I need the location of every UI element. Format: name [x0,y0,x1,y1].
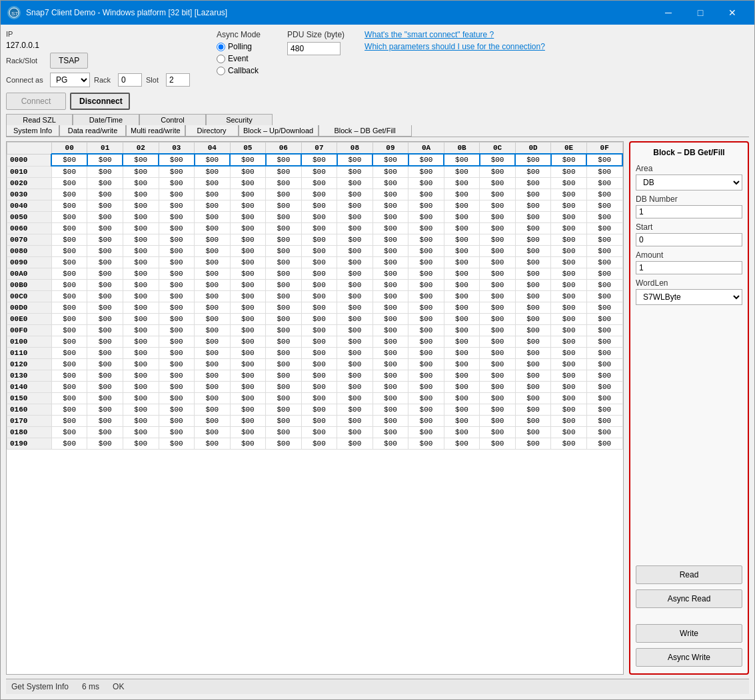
cell-value[interactable]: $00 [337,438,373,450]
cell-value[interactable]: $00 [408,166,444,178]
cell-value[interactable]: $00 [51,166,87,178]
cell-value[interactable]: $00 [266,393,302,404]
cell-value[interactable]: $00 [373,359,408,370]
cell-value[interactable]: $00 [123,189,159,200]
start-input[interactable] [636,233,742,246]
rack-input[interactable] [118,73,142,87]
cell-value[interactable]: $00 [337,200,373,212]
cell-value[interactable]: $00 [230,393,266,404]
minimize-button[interactable]: ─ [653,3,684,23]
tab-multi-rw[interactable]: Multi read/write [126,125,185,137]
cell-value[interactable]: $00 [515,154,551,166]
cell-value[interactable]: $00 [230,314,266,325]
cell-value[interactable]: $00 [159,393,195,404]
cell-value[interactable]: $00 [51,325,87,336]
cell-value[interactable]: $00 [123,246,159,257]
cell-value[interactable]: $00 [515,268,551,280]
cell-value[interactable]: $00 [337,166,373,178]
cell-value[interactable]: $00 [515,234,551,246]
cell-value[interactable]: $00 [87,212,123,223]
cell-value[interactable]: $00 [515,393,551,404]
cell-value[interactable]: $00 [159,325,195,336]
cell-value[interactable]: $00 [408,246,444,257]
cell-value[interactable]: $00 [123,416,159,427]
cell-value[interactable]: $00 [230,404,266,416]
cell-value[interactable]: $00 [195,280,231,291]
cell-value[interactable]: $00 [515,212,551,223]
cell-value[interactable]: $00 [301,427,337,438]
cell-value[interactable]: $00 [266,348,302,359]
cell-value[interactable]: $00 [480,200,516,212]
cell-value[interactable]: $00 [480,223,516,234]
cell-value[interactable]: $00 [551,438,587,450]
cell-value[interactable]: $00 [408,438,444,450]
cell-value[interactable]: $00 [480,246,516,257]
cell-value[interactable]: $00 [480,416,516,427]
cell-value[interactable]: $00 [480,325,516,336]
cell-value[interactable]: $00 [230,178,266,189]
cell-value[interactable]: $00 [480,291,516,302]
cell-value[interactable]: $00 [266,325,302,336]
cell-value[interactable]: $00 [515,200,551,212]
tab-directory[interactable]: Directory [185,125,239,137]
cell-value[interactable]: $00 [515,427,551,438]
cell-value[interactable]: $00 [515,189,551,200]
cell-value[interactable]: $00 [301,212,337,223]
cell-value[interactable]: $00 [480,438,516,450]
cell-value[interactable]: $00 [515,348,551,359]
cell-value[interactable]: $00 [480,178,516,189]
cell-value[interactable]: $00 [123,427,159,438]
cell-value[interactable]: $00 [586,336,622,348]
cell-value[interactable]: $00 [87,166,123,178]
cell-value[interactable]: $00 [373,404,408,416]
cell-value[interactable]: $00 [230,438,266,450]
cell-value[interactable]: $00 [551,325,587,336]
cell-value[interactable]: $00 [230,359,266,370]
cell-value[interactable]: $00 [230,336,266,348]
cell-value[interactable]: $00 [159,404,195,416]
cell-value[interactable]: $00 [123,325,159,336]
cell-value[interactable]: $00 [444,200,480,212]
cell-value[interactable]: $00 [301,154,337,166]
cell-value[interactable]: $00 [444,246,480,257]
cell-value[interactable]: $00 [551,257,587,268]
cell-value[interactable]: $00 [159,427,195,438]
cell-value[interactable]: $00 [159,302,195,314]
cell-value[interactable]: $00 [586,154,622,166]
cell-value[interactable]: $00 [195,154,231,166]
cell-value[interactable]: $00 [159,314,195,325]
cell-value[interactable]: $00 [551,200,587,212]
cell-value[interactable]: $00 [123,302,159,314]
cell-value[interactable]: $00 [51,154,87,166]
cell-value[interactable]: $00 [266,246,302,257]
cell-value[interactable]: $00 [373,291,408,302]
cell-value[interactable]: $00 [373,336,408,348]
cell-value[interactable]: $00 [123,336,159,348]
cell-value[interactable]: $00 [373,257,408,268]
pdu-input[interactable] [287,42,341,55]
cell-value[interactable]: $00 [408,268,444,280]
cell-value[interactable]: $00 [515,336,551,348]
cell-value[interactable]: $00 [337,268,373,280]
cell-value[interactable]: $00 [87,257,123,268]
cell-value[interactable]: $00 [373,416,408,427]
cell-value[interactable]: $00 [266,189,302,200]
cell-value[interactable]: $00 [51,223,87,234]
cell-value[interactable]: $00 [159,212,195,223]
cell-value[interactable]: $00 [301,370,337,382]
cell-value[interactable]: $00 [87,291,123,302]
cell-value[interactable]: $00 [480,382,516,393]
cell-value[interactable]: $00 [551,370,587,382]
cell-value[interactable]: $00 [444,348,480,359]
cell-value[interactable]: $00 [551,291,587,302]
async-write-button[interactable]: Async Write [636,648,742,667]
cell-value[interactable]: $00 [159,178,195,189]
wordlen-select[interactable]: S7WLByte S7WLWord S7WLDWord S7WLReal [636,289,742,305]
cell-value[interactable]: $00 [337,427,373,438]
cell-value[interactable]: $00 [301,223,337,234]
cell-value[interactable]: $00 [195,178,231,189]
cell-value[interactable]: $00 [444,223,480,234]
cell-value[interactable]: $00 [123,382,159,393]
cell-value[interactable]: $00 [480,404,516,416]
cell-value[interactable]: $00 [266,223,302,234]
